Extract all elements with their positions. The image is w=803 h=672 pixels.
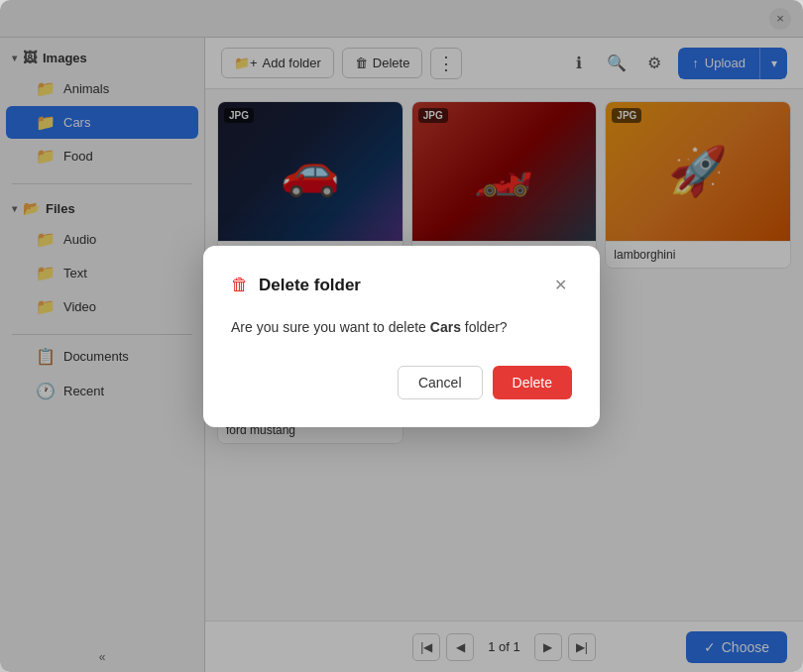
modal-header: 🗑 Delete folder ✕ [231, 274, 572, 297]
delete-folder-modal: 🗑 Delete folder ✕ Are you sure you want … [203, 246, 600, 427]
modal-title: Delete folder [259, 276, 361, 295]
modal-delete-confirm-button[interactable]: Delete [493, 366, 572, 399]
modal-delete-icon: 🗑 [231, 275, 249, 295]
modal-body: Are you sure you want to delete Cars fol… [231, 317, 572, 338]
modal-cancel-button[interactable]: Cancel [398, 366, 483, 399]
app-window: × ▾ 🖼 Images 📁 Animals 📁 Cars [0, 0, 803, 672]
modal-close-button[interactable]: ✕ [548, 274, 572, 297]
modal-title-row: 🗑 Delete folder [231, 275, 361, 295]
modal-overlay: 🗑 Delete folder ✕ Are you sure you want … [0, 0, 803, 672]
modal-folder-name: Cars [430, 319, 461, 335]
modal-footer: Cancel Delete [231, 366, 572, 399]
